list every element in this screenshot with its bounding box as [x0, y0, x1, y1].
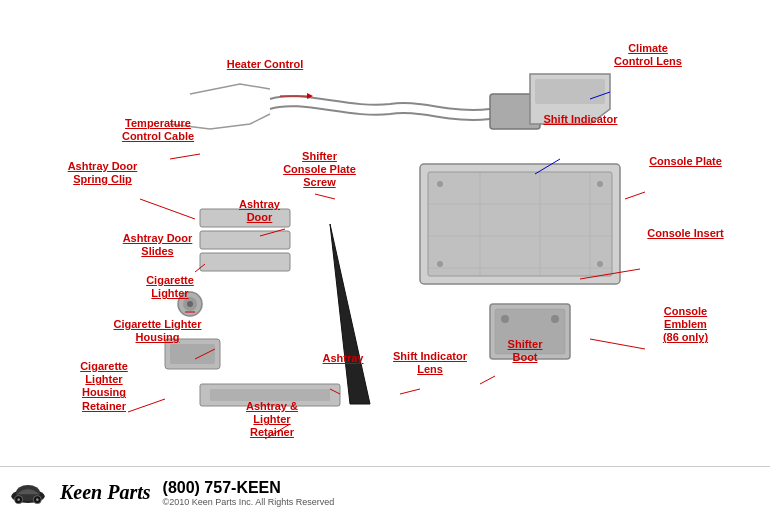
- svg-rect-25: [170, 344, 215, 364]
- svg-point-11: [437, 261, 443, 267]
- copyright: ©2010 Keen Parts Inc. All Rights Reserve…: [163, 497, 335, 507]
- ashtray-lighter-retainer-label[interactable]: Ashtray &LighterRetainer: [228, 400, 316, 440]
- console-emblem-label[interactable]: ConsoleEmblem(86 only): [638, 305, 733, 345]
- ashtray-label[interactable]: Ashtray: [308, 352, 378, 365]
- svg-rect-29: [535, 79, 605, 104]
- svg-rect-2: [428, 172, 612, 276]
- cigarette-lighter-housing-retainer-label[interactable]: CigaretteLighterHousingRetainer: [58, 360, 150, 413]
- svg-point-15: [501, 315, 509, 323]
- climate-control-lens-label[interactable]: ClimateControl Lens: [598, 42, 698, 68]
- shift-indicator-lens-label[interactable]: Shift IndicatorLens: [385, 350, 475, 376]
- svg-point-9: [437, 181, 443, 187]
- shifter-boot-label[interactable]: ShifterBoot: [485, 338, 565, 364]
- svg-point-23: [187, 301, 193, 307]
- temperature-control-cable-label[interactable]: TemperatureControl Cable: [108, 117, 208, 143]
- logo-text: Keen Parts: [60, 481, 151, 504]
- footer: Keen Parts (800) 757-KEEN ©2010 Keen Par…: [0, 466, 770, 518]
- cigarette-lighter-label[interactable]: CigaretteLighter: [125, 274, 215, 300]
- svg-point-54: [36, 498, 39, 501]
- svg-point-10: [597, 181, 603, 187]
- logo-area: Keen Parts: [60, 481, 151, 504]
- car-icon: [8, 478, 48, 508]
- svg-point-12: [597, 261, 603, 267]
- shift-indicator-label[interactable]: Shift Indicator: [528, 113, 633, 126]
- ashtray-door-spring-clip-label[interactable]: Ashtray DoorSpring Clip: [55, 160, 150, 186]
- console-insert-label[interactable]: Console Insert: [638, 227, 733, 240]
- console-plate-label[interactable]: Console Plate: [638, 155, 733, 168]
- svg-point-16: [551, 315, 559, 323]
- svg-rect-19: [200, 231, 290, 249]
- svg-rect-20: [200, 253, 290, 271]
- ashtray-door-slides-label[interactable]: Ashtray DoorSlides: [110, 232, 205, 258]
- phone-number: (800) 757-KEEN: [163, 479, 335, 497]
- ashtray-door-label[interactable]: AshtrayDoor: [222, 198, 297, 224]
- cigarette-lighter-housing-label[interactable]: Cigarette LighterHousing: [105, 318, 210, 344]
- diagram-container: Heater Control ClimateControl Lens Tempe…: [0, 0, 770, 518]
- heater-control-label[interactable]: Heater Control: [215, 58, 315, 71]
- parts-diagram-svg: [0, 0, 770, 518]
- svg-point-53: [17, 498, 20, 501]
- svg-rect-0: [0, 24, 770, 494]
- shifter-console-plate-screw-label[interactable]: ShifterConsole PlateScrew: [272, 150, 367, 190]
